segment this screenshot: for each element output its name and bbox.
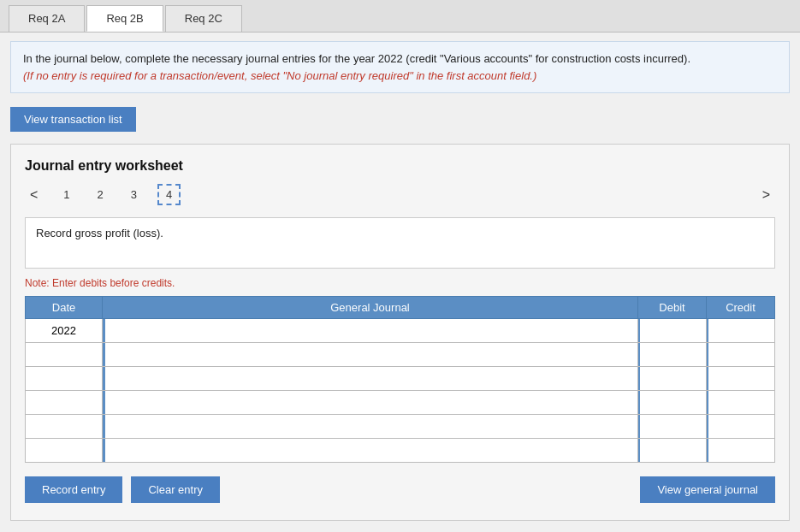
date-cell-1: 2022 xyxy=(26,319,103,343)
col-header-date: Date xyxy=(26,297,103,319)
tabs-bar: Req 2A Req 2B Req 2C xyxy=(0,0,800,33)
tab-req2a[interactable]: Req 2A xyxy=(9,5,85,32)
debit-input-3[interactable] xyxy=(638,367,706,390)
debit-cell-2[interactable] xyxy=(638,343,707,367)
journal-cell-3[interactable] xyxy=(103,367,638,391)
debit-input-4[interactable] xyxy=(638,391,706,414)
info-sub-text: (If no entry is required for a transacti… xyxy=(23,69,536,82)
description-box: Record gross profit (loss). xyxy=(25,217,775,269)
table-row xyxy=(26,367,775,391)
journal-input-5[interactable] xyxy=(103,415,637,438)
description-text: Record gross profit (loss). xyxy=(36,227,163,239)
table-row xyxy=(26,415,775,439)
worksheet-container: Journal entry worksheet < 1 2 3 4 > Reco… xyxy=(10,144,790,521)
journal-cell-4[interactable] xyxy=(103,391,638,415)
col-header-credit: Credit xyxy=(707,297,775,319)
credit-input-5[interactable] xyxy=(707,415,774,438)
journal-input-1[interactable] xyxy=(103,319,637,342)
debit-input-2[interactable] xyxy=(638,343,706,366)
debit-input-6[interactable] xyxy=(638,439,706,462)
nav-page-1[interactable]: 1 xyxy=(56,186,76,204)
debit-input-1[interactable] xyxy=(638,319,706,342)
credit-cell-3[interactable] xyxy=(707,367,775,391)
credit-input-6[interactable] xyxy=(707,439,774,462)
table-row xyxy=(26,439,775,463)
nav-row: < 1 2 3 4 > xyxy=(25,184,775,205)
clear-entry-button[interactable]: Clear entry xyxy=(131,476,220,503)
credit-cell-4[interactable] xyxy=(707,391,775,415)
credit-input-2[interactable] xyxy=(707,343,774,366)
debit-cell-4[interactable] xyxy=(638,391,707,415)
debit-cell-5[interactable] xyxy=(638,415,707,439)
debit-input-5[interactable] xyxy=(638,415,706,438)
journal-input-6[interactable] xyxy=(103,439,637,462)
table-row xyxy=(26,391,775,415)
note-text: Note: Enter debits before credits. xyxy=(25,277,775,289)
nav-prev-button[interactable]: < xyxy=(25,186,43,204)
debit-cell-3[interactable] xyxy=(638,367,707,391)
journal-cell-1[interactable] xyxy=(103,319,638,343)
view-general-journal-button[interactable]: View general journal xyxy=(640,476,775,503)
info-main-text: In the journal below, complete the neces… xyxy=(23,52,690,65)
table-row xyxy=(26,343,775,367)
credit-cell-5[interactable] xyxy=(707,415,775,439)
bottom-buttons: Record entry Clear entry View general jo… xyxy=(25,476,775,503)
nav-page-4[interactable]: 4 xyxy=(157,184,181,205)
credit-cell-1[interactable] xyxy=(707,319,775,343)
journal-cell-5[interactable] xyxy=(103,415,638,439)
credit-input-4[interactable] xyxy=(707,391,774,414)
date-cell-3 xyxy=(26,367,103,391)
journal-cell-6[interactable] xyxy=(103,439,638,463)
view-transaction-button[interactable]: View transaction list xyxy=(10,107,136,132)
journal-table: Date General Journal Debit Credit 2022 xyxy=(25,296,775,463)
date-cell-6 xyxy=(26,439,103,463)
record-entry-button[interactable]: Record entry xyxy=(25,476,122,503)
journal-input-3[interactable] xyxy=(103,367,637,390)
nav-page-3[interactable]: 3 xyxy=(124,186,144,204)
journal-cell-2[interactable] xyxy=(103,343,638,367)
credit-cell-6[interactable] xyxy=(707,439,775,463)
debit-cell-1[interactable] xyxy=(638,319,707,343)
nav-next-button[interactable]: > xyxy=(757,186,775,204)
info-box: In the journal below, complete the neces… xyxy=(10,41,790,93)
journal-input-2[interactable] xyxy=(103,343,637,366)
date-cell-5 xyxy=(26,415,103,439)
date-cell-2 xyxy=(26,343,103,367)
credit-cell-2[interactable] xyxy=(707,343,775,367)
col-header-journal: General Journal xyxy=(103,297,638,319)
worksheet-title: Journal entry worksheet xyxy=(25,158,775,174)
date-cell-4 xyxy=(26,391,103,415)
tab-req2b[interactable]: Req 2B xyxy=(86,5,163,32)
journal-input-4[interactable] xyxy=(103,391,637,414)
table-row: 2022 xyxy=(26,319,775,343)
credit-input-3[interactable] xyxy=(707,367,774,390)
credit-input-1[interactable] xyxy=(707,319,774,342)
tab-req2c[interactable]: Req 2C xyxy=(165,5,242,32)
nav-page-2[interactable]: 2 xyxy=(91,186,110,204)
col-header-debit: Debit xyxy=(638,297,707,319)
debit-cell-6[interactable] xyxy=(638,439,707,463)
